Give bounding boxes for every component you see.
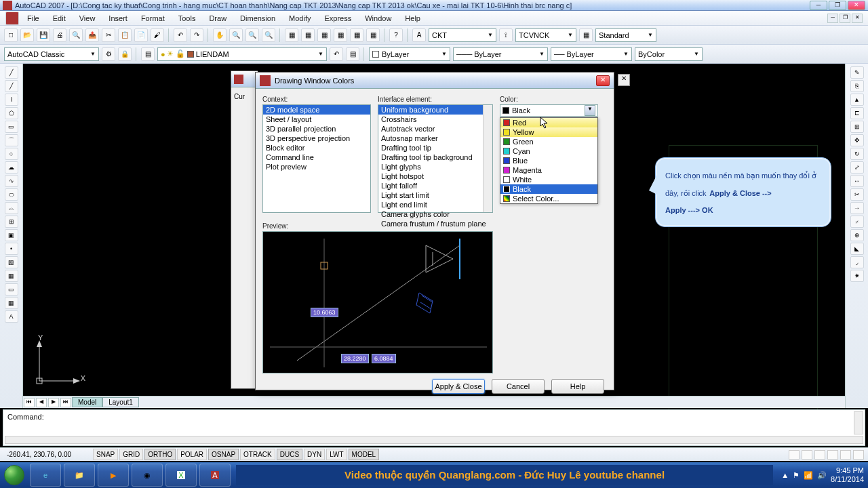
layer-prev-icon[interactable]: ↶ — [330, 47, 343, 61]
new-icon[interactable]: □ — [4, 28, 18, 42]
mdi-minimize[interactable]: ─ — [827, 14, 838, 23]
dim-style-combo[interactable]: TCVNCK▼ — [515, 28, 576, 42]
table-style-combo[interactable]: Standard▼ — [595, 28, 656, 42]
context-item[interactable]: Plot preview — [263, 162, 370, 171]
context-item[interactable]: Command line — [263, 152, 370, 162]
status-icon[interactable] — [802, 450, 812, 460]
element-item[interactable]: Autotrack vector — [378, 124, 492, 134]
tab-last-icon[interactable]: ⏭ — [60, 398, 71, 407]
mdi-restore[interactable]: ❐ — [840, 14, 850, 23]
ortho-toggle[interactable]: ORTHO — [144, 449, 176, 460]
rectangle-icon[interactable]: ▭ — [5, 121, 18, 133]
element-item[interactable]: Crosshairs — [378, 115, 492, 124]
dyn-toggle[interactable]: DYN — [304, 449, 325, 460]
region-icon[interactable]: ▭ — [5, 283, 18, 296]
osnap-toggle[interactable]: OSNAP — [208, 449, 239, 460]
table-icon[interactable]: ▦ — [5, 297, 18, 309]
menu-insert[interactable]: Insert — [103, 13, 133, 24]
join-icon[interactable]: ⊕ — [850, 229, 864, 241]
ws-settings-icon[interactable]: ⚙ — [102, 47, 115, 61]
color-option-green[interactable]: Green — [500, 137, 597, 146]
toolpal-icon[interactable]: ▦ — [317, 28, 331, 42]
menu-tools[interactable]: Tools — [173, 13, 201, 24]
color-option-blue[interactable]: Blue — [500, 156, 597, 165]
line-icon[interactable]: ╱ — [5, 66, 18, 79]
menu-express[interactable]: Express — [319, 13, 357, 24]
tray-network-icon[interactable]: 📶 — [804, 471, 813, 480]
menu-format[interactable]: Format — [136, 13, 170, 24]
color-combo[interactable]: ByLayer▼ — [369, 47, 450, 61]
element-item[interactable]: Uniform background — [378, 105, 492, 115]
grid-toggle[interactable]: GRID — [119, 449, 143, 460]
color-combo[interactable]: Black ▼ — [500, 104, 598, 117]
preview-icon[interactable]: 🔍 — [69, 28, 83, 42]
match-icon[interactable]: 🖌 — [151, 28, 164, 42]
circle-icon[interactable]: ○ — [5, 148, 18, 160]
mirror-icon[interactable]: ▲ — [850, 94, 864, 106]
qcalc-icon[interactable]: ▦ — [366, 28, 380, 42]
break-icon[interactable]: ⌿ — [850, 216, 864, 228]
color-option-magenta[interactable]: Magenta — [500, 165, 597, 175]
apply-close-button[interactable]: Apply & Close — [432, 379, 485, 394]
app-menu-icon[interactable] — [5, 12, 19, 25]
stretch-icon[interactable]: ↔ — [850, 175, 864, 187]
revcloud-icon[interactable]: ☁ — [5, 161, 18, 174]
menu-draw[interactable]: Draw — [203, 13, 232, 24]
scale-icon[interactable]: ⤢ — [850, 161, 864, 174]
status-icon[interactable] — [814, 450, 825, 460]
element-item[interactable]: Drafting tool tip — [378, 143, 492, 152]
element-listbox[interactable]: Uniform background Crosshairs Autotrack … — [378, 104, 493, 213]
plot-icon[interactable]: 🖨 — [53, 28, 66, 42]
copy-icon[interactable]: 📋 — [118, 28, 132, 42]
erase-icon[interactable]: ✎ — [850, 66, 864, 79]
menu-help[interactable]: Help — [399, 13, 426, 24]
context-item[interactable]: 2D model space — [263, 105, 370, 115]
layer-state-icon[interactable]: ▤ — [346, 47, 359, 61]
dimstyle-icon[interactable]: ⟟ — [499, 28, 513, 42]
spline-icon[interactable]: ∿ — [5, 175, 18, 187]
element-item[interactable]: Camera frustum / frustum plane — [378, 219, 492, 228]
paste-icon[interactable]: 📄 — [134, 28, 148, 42]
lineweight-combo[interactable]: ── ByLayer▼ — [551, 47, 632, 61]
offset-icon[interactable]: ⊏ — [850, 107, 864, 119]
zoom-rt-icon[interactable]: 🔍 — [229, 28, 243, 42]
arc-icon[interactable]: ⌒ — [5, 134, 18, 146]
task-wmp-icon[interactable]: ▶ — [98, 464, 129, 487]
model-toggle[interactable]: MODEL — [349, 449, 380, 460]
cut-icon[interactable]: ✂ — [102, 28, 115, 42]
tab-layout1[interactable]: Layout1 — [102, 397, 139, 407]
hatch-icon[interactable]: ▨ — [5, 256, 18, 268]
minimize-button[interactable]: ─ — [810, 1, 827, 10]
layer-combo[interactable]: ● ☀ 🔓 LIENDAM▼ — [157, 47, 327, 61]
cmd-hscroll[interactable] — [5, 436, 863, 444]
task-excel-icon[interactable]: X — [165, 464, 197, 487]
pline-icon[interactable]: ⌇ — [5, 94, 18, 106]
publish-icon[interactable]: 📤 — [85, 28, 99, 42]
close-button[interactable]: ✕ — [848, 1, 865, 10]
taskbar-clock[interactable]: 9:45 PM 8/11/2014 — [831, 466, 864, 484]
maximize-button[interactable]: ❐ — [829, 1, 846, 10]
polygon-icon[interactable]: ⬠ — [5, 107, 18, 119]
element-scrollbar[interactable] — [483, 105, 492, 212]
task-chrome-icon[interactable]: ◉ — [132, 464, 163, 487]
help-icon[interactable]: ? — [389, 28, 403, 42]
tblstyle-icon[interactable]: ▦ — [579, 28, 593, 42]
color-option-yellow[interactable]: Yellow — [500, 127, 597, 137]
block-icon[interactable]: ▣ — [5, 229, 18, 241]
system-tray[interactable]: ▲ ⚑ 📶 🔊 9:45 PM 8/11/2014 — [777, 466, 868, 484]
explode-icon[interactable]: ✷ — [850, 270, 864, 282]
tray-flag-icon[interactable]: ⚑ — [793, 471, 800, 480]
context-item[interactable]: Block editor — [263, 143, 370, 152]
mtext-icon[interactable]: A — [5, 310, 18, 323]
task-autocad-icon[interactable]: A — [199, 464, 231, 487]
textstyle-icon[interactable]: A — [412, 28, 426, 42]
menu-view[interactable]: View — [74, 13, 101, 24]
cancel-button[interactable]: Cancel — [492, 379, 545, 394]
color-option-select[interactable]: Select Color... — [500, 194, 597, 203]
element-item[interactable]: Light hotspot — [378, 171, 492, 181]
gradient-icon[interactable]: ▦ — [5, 270, 18, 282]
context-item[interactable]: 3D perspective projection — [263, 134, 370, 143]
element-item[interactable]: Light glyphs — [378, 162, 492, 171]
trim-icon[interactable]: ✂ — [850, 188, 864, 201]
array-icon[interactable]: ⊞ — [850, 121, 864, 133]
